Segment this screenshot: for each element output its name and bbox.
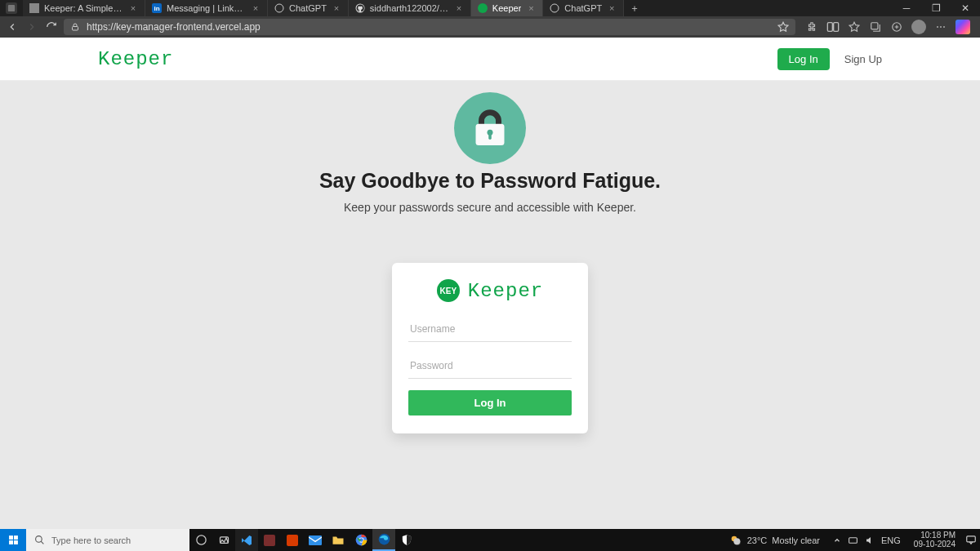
svg-rect-26 (309, 535, 322, 545)
action-center-icon[interactable] (962, 535, 980, 545)
weather-temp: 23°C (747, 535, 768, 545)
header-signup-link[interactable]: Sign Up (844, 53, 882, 65)
browser-tab-2[interactable]: ChatGPT × (268, 0, 349, 16)
hero-subtitle: Keep your passwords secure and accessibl… (344, 201, 636, 214)
svg-rect-9 (73, 27, 78, 31)
svg-rect-1 (8, 5, 15, 11)
profile-avatar-icon[interactable] (911, 20, 926, 34)
windows-taskbar: Type here to search 23°C Mostly clear (0, 529, 980, 551)
taskbar-widgets-icon[interactable] (212, 529, 235, 551)
svg-rect-11 (834, 23, 839, 32)
favicon-github-icon (355, 3, 365, 13)
collections-icon[interactable] (869, 20, 882, 33)
toolbar-actions: ⋯ (800, 20, 975, 34)
browser-tab-0[interactable]: Keeper: A Simple Password Mana × (23, 0, 145, 16)
system-tray[interactable]: ENG (826, 529, 907, 551)
forward-button (24, 20, 39, 34)
start-button[interactable] (0, 529, 26, 551)
taskbar-explorer-icon[interactable] (327, 529, 350, 551)
login-submit-button[interactable]: Log In (408, 390, 572, 415)
weather-icon (729, 534, 742, 547)
close-icon[interactable]: × (454, 3, 464, 13)
browser-tab-3[interactable]: siddharth122002/KeyManager: Pa × (349, 0, 471, 16)
copilot-icon[interactable] (956, 20, 970, 34)
taskbar-vscode-icon[interactable] (235, 529, 258, 551)
svg-rect-20 (14, 540, 18, 544)
close-icon[interactable]: × (607, 3, 617, 13)
taskbar-office-icon[interactable] (281, 529, 304, 551)
taskbar-weather[interactable]: 23°C Mostly clear (723, 534, 826, 547)
back-button[interactable] (5, 20, 20, 34)
close-icon[interactable]: × (251, 3, 261, 13)
header-login-button[interactable]: Log In (777, 48, 830, 70)
refresh-button[interactable] (44, 20, 59, 34)
taskbar-chrome-icon[interactable] (350, 529, 372, 551)
browser-essentials-icon[interactable] (890, 20, 903, 33)
svg-rect-18 (14, 535, 18, 540)
tab-label: ChatGPT (289, 3, 327, 13)
tab-label: Messaging | LinkedIn (167, 3, 246, 13)
browser-tab-4[interactable]: Keeper × (471, 0, 543, 16)
favorites-icon[interactable] (848, 20, 861, 33)
svg-point-33 (733, 538, 740, 544)
window-minimize-button[interactable]: ─ (892, 0, 921, 16)
taskbar-clock[interactable]: 10:18 PM 09-10-2024 (907, 531, 962, 549)
svg-point-5 (275, 4, 283, 12)
tray-language[interactable]: ENG (881, 535, 901, 545)
svg-rect-19 (9, 540, 13, 544)
browser-tab-1[interactable]: in Messaging | LinkedIn × (145, 0, 268, 16)
tray-volume-icon[interactable] (865, 535, 875, 545)
favicon-generic-icon (29, 3, 39, 13)
clock-time: 10:18 PM (920, 531, 956, 540)
address-bar[interactable]: https://key-manager-frontend.vercel.app (64, 19, 795, 35)
hero-title: Say Goodbye to Password Fatigue. (319, 169, 661, 193)
tab-label: Keeper: A Simple Password Mana (44, 3, 123, 13)
app-brand-logo[interactable]: Keeper (98, 48, 173, 70)
app-header: Keeper Log In Sign Up (0, 38, 980, 81)
password-input[interactable] (408, 353, 572, 379)
svg-rect-24 (264, 535, 275, 546)
browser-tab-5[interactable]: ChatGPT × (543, 0, 624, 16)
browser-toolbar: https://key-manager-frontend.vercel.app … (0, 16, 980, 38)
browser-tabstrip: Keeper: A Simple Password Mana × in Mess… (0, 0, 980, 16)
taskbar-edge-icon[interactable] (372, 529, 395, 551)
task-view-icon[interactable] (189, 529, 212, 551)
window-maximize-button[interactable]: ❐ (921, 0, 951, 16)
tray-network-icon[interactable] (848, 536, 858, 544)
svg-rect-25 (287, 535, 298, 546)
taskbar-mail-icon[interactable] (304, 529, 327, 551)
tab-label: siddharth122002/KeyManager: Pa (370, 3, 449, 13)
favicon-openai-icon (274, 3, 284, 13)
card-key-badge: KEY (437, 279, 460, 302)
hero-lock-icon (454, 92, 526, 164)
login-card: KEY Keeper Log In (392, 263, 588, 433)
tab-label: Keeper (492, 3, 521, 13)
edge-menu-icon[interactable] (0, 0, 23, 16)
close-icon[interactable]: × (128, 3, 138, 13)
extensions-icon[interactable] (805, 20, 818, 33)
favorite-star-icon[interactable] (777, 21, 789, 33)
taskbar-security-icon[interactable] (395, 529, 418, 551)
taskbar-search[interactable]: Type here to search (26, 529, 189, 551)
taskbar-search-placeholder: Type here to search (51, 535, 131, 545)
site-info-icon[interactable] (70, 22, 80, 32)
taskbar-app-icon[interactable] (258, 529, 281, 551)
svg-text:in: in (154, 5, 159, 12)
close-icon[interactable]: × (526, 3, 536, 13)
window-close-button[interactable]: ✕ (951, 0, 980, 16)
split-screen-icon[interactable] (826, 20, 840, 33)
weather-desc: Mostly clear (772, 535, 820, 545)
close-icon[interactable]: × (332, 3, 341, 13)
svg-point-21 (36, 536, 42, 543)
favicon-linkedin-icon: in (152, 3, 162, 13)
clock-date: 09-10-2024 (914, 540, 956, 549)
tray-chevron-icon[interactable] (833, 536, 841, 544)
svg-point-22 (196, 535, 205, 544)
new-tab-button[interactable]: ＋ (624, 0, 645, 16)
username-input[interactable] (408, 317, 572, 342)
more-icon[interactable]: ⋯ (934, 20, 947, 33)
svg-rect-16 (488, 132, 492, 140)
search-icon (34, 535, 45, 545)
svg-point-7 (478, 3, 488, 13)
tab-label: ChatGPT (564, 3, 602, 13)
